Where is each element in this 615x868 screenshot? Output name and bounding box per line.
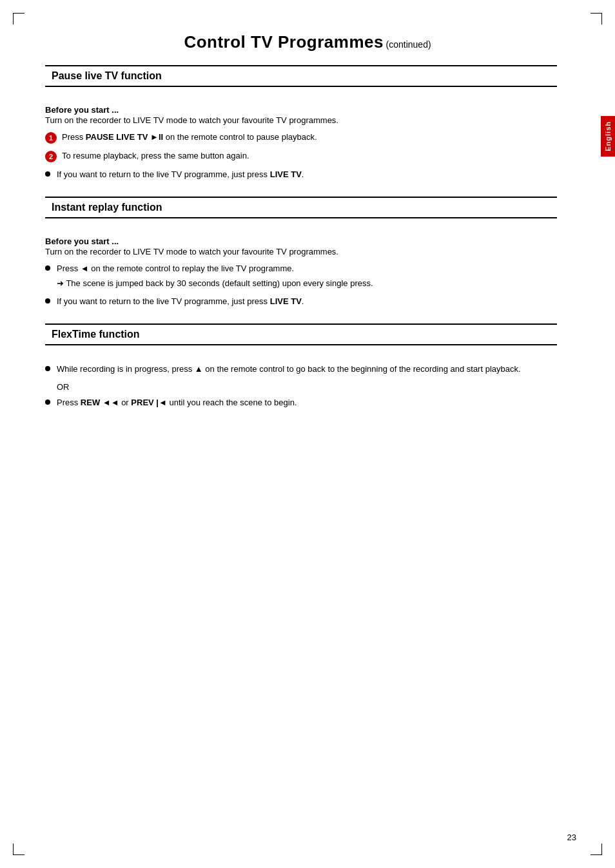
section-pause-title: Pause live TV function <box>52 70 162 81</box>
pause-item-3-text: If you want to return to the live TV pro… <box>57 169 304 181</box>
replay-bullet-1 <box>45 265 50 271</box>
section-instant-replay: Instant replay function Before you start… <box>45 197 557 308</box>
replay-item-1-text: Press ◄ on the remote control to replay … <box>57 263 373 289</box>
pause-before-start-label: Before you start ... <box>45 105 557 115</box>
flextime-or: OR <box>57 382 557 392</box>
section-flextime-title-box: FlexTime function <box>45 323 557 345</box>
section-flextime: FlexTime function While recording is in … <box>45 323 557 409</box>
replay-before-start-label: Before you start ... <box>45 236 557 246</box>
flextime-item-2: Press REW ◄◄ or PREV |◄ until you reach … <box>45 397 557 409</box>
section-pause-title-box: Pause live TV function <box>45 65 557 87</box>
page-title-main: Control TV Programmes <box>184 32 384 52</box>
section-replay-title-box: Instant replay function <box>45 197 557 218</box>
section-replay-title: Instant replay function <box>52 202 162 213</box>
replay-bullet-2 <box>45 298 50 304</box>
replay-item-1: Press ◄ on the remote control to replay … <box>45 263 557 289</box>
flextime-item-1: While recording is in progress, press ▲ … <box>45 363 557 376</box>
pause-item-1-text: Press PAUSE LIVE TV ►II on the remote co… <box>62 131 317 144</box>
section-pause-live-tv: Pause live TV function Before you start … <box>45 65 557 181</box>
corner-br <box>591 844 602 855</box>
pause-before-start-text: Turn on the recorder to LIVE TV mode to … <box>45 115 557 126</box>
pause-item-2-text: To resume playback, press the same butto… <box>62 150 249 162</box>
pause-bullet-3 <box>45 171 50 177</box>
page-container: English Control TV Programmes (continued… <box>0 0 615 868</box>
main-content: Pause live TV function Before you start … <box>39 65 576 409</box>
flextime-bullet-2 <box>45 400 50 405</box>
pause-num-1: 1 <box>45 132 57 144</box>
page-title-continued: (continued) <box>386 39 431 50</box>
pause-num-2: 2 <box>45 151 57 162</box>
replay-sub-note: ➜ The scene is jumped back by 30 seconds… <box>57 278 373 289</box>
page-title-area: Control TV Programmes (continued) <box>39 26 576 52</box>
pause-item-2: 2 To resume playback, press the same but… <box>45 150 557 162</box>
page-number: 23 <box>567 833 576 842</box>
pause-item-3: If you want to return to the live TV pro… <box>45 169 557 181</box>
sidebar-language-label: English <box>604 121 612 151</box>
section-pause-content: Before you start ... Turn on the recorde… <box>45 97 557 181</box>
flextime-bullet-1 <box>45 366 50 371</box>
section-flextime-content: While recording is in progress, press ▲ … <box>45 356 557 409</box>
flextime-item-1-text: While recording is in progress, press ▲ … <box>57 363 521 376</box>
corner-tl <box>13 13 24 24</box>
corner-tr <box>591 13 602 24</box>
corner-bl <box>13 844 24 855</box>
section-replay-content: Before you start ... Turn on the recorde… <box>45 229 557 308</box>
sidebar-language-tab: English <box>601 116 615 157</box>
replay-before-start-text: Turn on the recorder to LIVE TV mode to … <box>45 246 557 258</box>
flextime-item-2-text: Press REW ◄◄ or PREV |◄ until you reach … <box>57 397 297 409</box>
replay-item-2: If you want to return to the live TV pro… <box>45 296 557 308</box>
section-flextime-title: FlexTime function <box>52 329 140 340</box>
pause-before-start: Before you start ... Turn on the recorde… <box>45 105 557 126</box>
replay-before-start: Before you start ... Turn on the recorde… <box>45 236 557 258</box>
pause-item-1: 1 Press PAUSE LIVE TV ►II on the remote … <box>45 131 557 144</box>
replay-item-2-text: If you want to return to the live TV pro… <box>57 296 304 308</box>
